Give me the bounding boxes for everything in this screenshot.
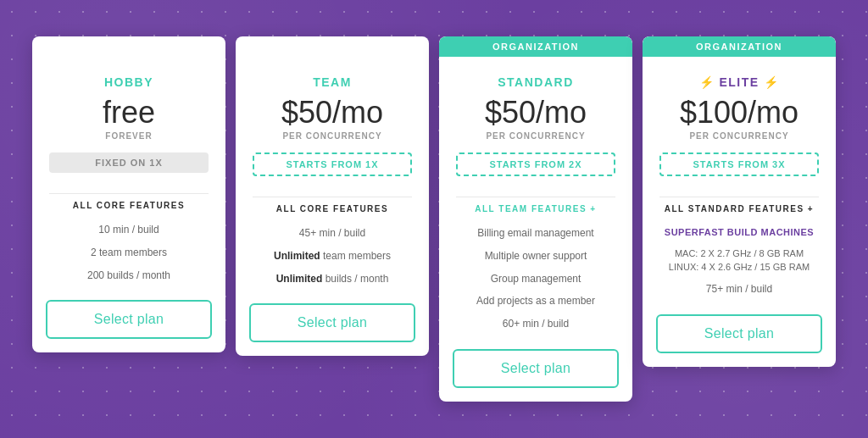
plan-card-elite: ORGANIZATION⚡ ELITE ⚡$100/moPER CONCURRE… xyxy=(643,36,836,367)
plan-price-sub-hobby: FOREVER xyxy=(49,131,209,141)
plan-body-standard: STANDARD$50/moPER CONCURRENCYSTARTS FROM… xyxy=(439,57,632,349)
plan-price-sub-team: PER CONCURRENCY xyxy=(253,131,412,141)
org-badge: ORGANIZATION xyxy=(439,36,632,57)
plan-starts-elite: STARTS FROM 3X xyxy=(659,152,819,176)
feature-item-team-2: Unlimited builds / month xyxy=(253,268,412,291)
plan-body-elite: ⚡ ELITE ⚡$100/moPER CONCURRENCYSTARTS FR… xyxy=(643,57,836,314)
divider xyxy=(659,197,819,197)
feature-item-standard-4: 60+ min / build xyxy=(456,313,615,335)
plan-name-elite: ⚡ ELITE ⚡ xyxy=(659,75,819,89)
feature-item-team-1: Unlimited team members xyxy=(253,245,412,268)
feature-item-elite-2: 75+ min / build xyxy=(659,278,819,301)
feature-item-standard-0: Billing email management xyxy=(456,222,615,245)
feature-item-team-0: 45+ min / build xyxy=(253,222,412,245)
feature-item-standard-1: Multiple owner support xyxy=(456,245,615,268)
divider xyxy=(49,193,209,194)
feature-item-standard-3: Add projects as a member xyxy=(456,290,615,313)
org-badge: ORGANIZATION xyxy=(643,36,836,57)
plan-price-elite: $100/mo xyxy=(659,97,819,128)
plan-starts-team: STARTS FROM 1X xyxy=(253,152,412,176)
select-plan-btn-elite[interactable]: Select plan xyxy=(656,314,822,353)
plan-body-hobby: HOBBYfreeFOREVERFIXED ON 1XALL CORE FEAT… xyxy=(32,57,225,300)
plan-price-sub-standard: PER CONCURRENCY xyxy=(456,131,615,141)
plan-starts-hobby: FIXED ON 1X xyxy=(49,152,209,173)
plan-price-standard: $50/mo xyxy=(456,97,615,128)
plan-body-team: TEAM$50/moPER CONCURRENCYSTARTS FROM 1XA… xyxy=(236,57,429,303)
plan-card-team: ORGANIZATIONTEAM$50/moPER CONCURRENCYSTA… xyxy=(236,36,429,356)
plan-name-hobby: HOBBY xyxy=(49,75,209,89)
plan-name-standard: STANDARD xyxy=(456,75,615,89)
plan-price-hobby: free xyxy=(49,97,209,128)
divider xyxy=(253,197,412,197)
plans-container: ORGANIZATIONHOBBYfreeFOREVERFIXED ON 1XA… xyxy=(32,36,836,402)
plan-price-sub-elite: PER CONCURRENCY xyxy=(659,131,819,141)
features-header-hobby: ALL CORE FEATURES xyxy=(49,201,209,210)
plan-starts-standard: STARTS FROM 2X xyxy=(456,152,615,176)
select-plan-btn-team[interactable]: Select plan xyxy=(249,303,415,342)
plan-price-team: $50/mo xyxy=(253,97,412,128)
select-plan-btn-hobby[interactable]: Select plan xyxy=(46,300,212,339)
features-header-elite: ALL STANDARD FEATURES + xyxy=(659,204,819,213)
select-plan-btn-standard[interactable]: Select plan xyxy=(453,349,619,388)
plan-card-standard: ORGANIZATIONSTANDARD$50/moPER CONCURRENC… xyxy=(439,36,632,402)
feature-item-hobby-0: 10 min / build xyxy=(49,219,209,241)
feature-item-standard-2: Group management xyxy=(456,268,615,291)
feature-item-hobby-1: 2 team members xyxy=(49,241,209,264)
feature-item-elite-1: MAC: 2 X 2.7 GHz / 8 GB RAM LINUX: 4 X 2… xyxy=(659,243,819,278)
divider xyxy=(456,197,615,197)
feature-item-hobby-2: 200 builds / month xyxy=(49,264,209,287)
features-header-team: ALL CORE FEATURES xyxy=(253,204,412,213)
features-header-standard: ALL TEAM FEATURES + xyxy=(456,204,615,213)
feature-item-elite-0: SUPERFAST BUILD MACHINES xyxy=(659,222,819,243)
plan-name-team: TEAM xyxy=(253,75,412,89)
plan-card-hobby: ORGANIZATIONHOBBYfreeFOREVERFIXED ON 1XA… xyxy=(32,36,225,352)
